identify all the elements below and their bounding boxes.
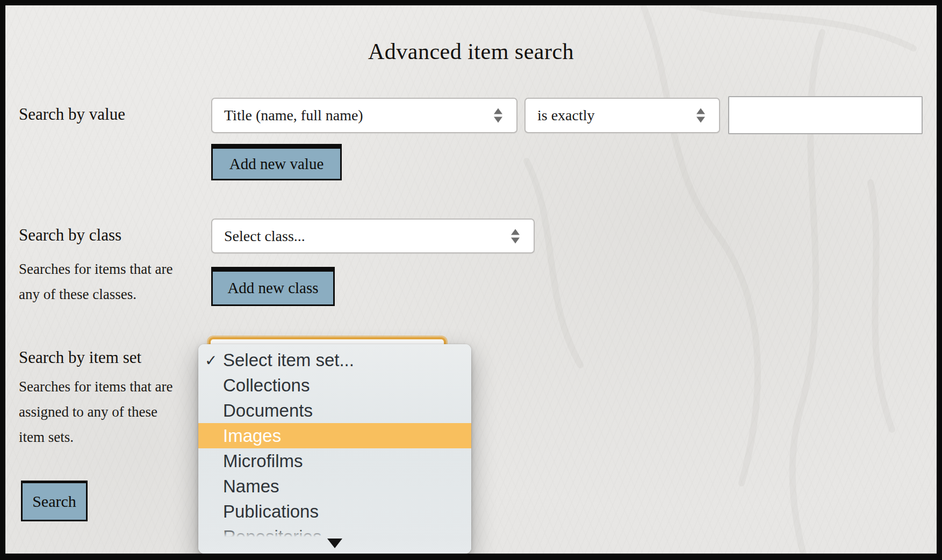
class-select[interactable]: Select class... bbox=[211, 219, 535, 253]
add-new-value-button[interactable]: Add new value bbox=[211, 144, 342, 180]
item-set-dropdown: ✓ Select item set... Collections Documen… bbox=[198, 344, 471, 554]
value-query-input[interactable] bbox=[728, 96, 923, 134]
select-spinner-icon bbox=[696, 108, 705, 123]
dropdown-option-publications[interactable]: Publications bbox=[198, 499, 471, 524]
operator-select-value: is exactly bbox=[526, 107, 595, 124]
add-new-class-button[interactable]: Add new class bbox=[211, 267, 335, 306]
page-title: Advanced item search bbox=[0, 39, 942, 64]
help-line: any of these classes. bbox=[19, 282, 172, 307]
option-label: Select item set... bbox=[223, 350, 354, 370]
search-button[interactable]: Search bbox=[21, 481, 88, 521]
select-spinner-icon bbox=[511, 229, 520, 243]
dropdown-option-select-item-set[interactable]: ✓ Select item set... bbox=[198, 347, 471, 373]
dropdown-option-images[interactable]: Images bbox=[198, 423, 471, 448]
scroll-down-arrow-icon bbox=[327, 539, 342, 548]
option-label: Images bbox=[223, 426, 281, 446]
dropdown-option-names[interactable]: Names bbox=[198, 474, 471, 499]
advanced-search-page: Advanced item search Search by value Tit… bbox=[0, 0, 942, 560]
option-label: Microfilms bbox=[223, 451, 303, 471]
search-by-class-label: Search by class bbox=[19, 226, 121, 245]
option-label: Names bbox=[223, 476, 279, 497]
help-line: Searches for items that are bbox=[19, 257, 172, 282]
search-by-class-help: Searches for items that are any of these… bbox=[19, 257, 172, 307]
search-by-item-set-label: Search by item set bbox=[19, 348, 141, 367]
dropdown-option-microfilms[interactable]: Microfilms bbox=[198, 448, 471, 474]
property-select[interactable]: Title (name, full name) bbox=[211, 98, 517, 133]
help-line: item sets. bbox=[19, 425, 172, 450]
operator-select[interactable]: is exactly bbox=[524, 98, 720, 133]
class-select-value: Select class... bbox=[212, 228, 305, 245]
help-line: assigned to any of these bbox=[19, 399, 172, 425]
search-by-value-label: Search by value bbox=[19, 105, 125, 124]
dropdown-scroll-down[interactable] bbox=[198, 530, 471, 554]
help-line: Searches for items that are bbox=[19, 374, 172, 399]
dropdown-option-collections[interactable]: Collections bbox=[198, 373, 471, 398]
option-label: Collections bbox=[223, 375, 310, 396]
search-by-item-set-help: Searches for items that are assigned to … bbox=[19, 374, 172, 450]
property-select-value: Title (name, full name) bbox=[212, 107, 363, 124]
option-label: Publications bbox=[223, 501, 319, 522]
check-icon: ✓ bbox=[205, 351, 217, 369]
dropdown-option-documents[interactable]: Documents bbox=[198, 398, 471, 423]
option-label: Documents bbox=[223, 401, 313, 421]
select-spinner-icon bbox=[494, 108, 502, 123]
